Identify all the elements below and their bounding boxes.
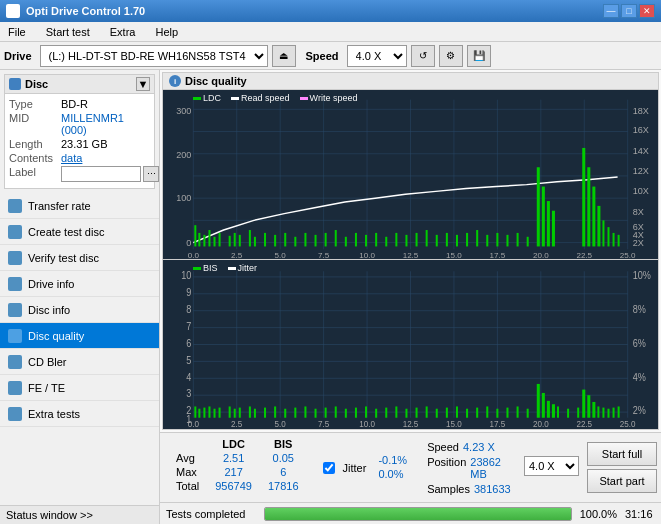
sidebar-item-extra-tests[interactable]: Extra tests xyxy=(0,401,159,427)
svg-rect-74 xyxy=(552,211,555,247)
svg-text:12.5: 12.5 xyxy=(403,251,419,259)
disc-quality-panel: i Disc quality LDC Read speed xyxy=(162,72,659,430)
svg-rect-89 xyxy=(496,233,498,247)
save-button[interactable]: 💾 xyxy=(467,45,491,67)
svg-rect-73 xyxy=(547,201,550,246)
svg-rect-143 xyxy=(208,406,210,417)
svg-text:2.5: 2.5 xyxy=(231,418,242,429)
menu-bar: File Start test Extra Help xyxy=(0,22,661,42)
sidebar-item-transfer-rate[interactable]: Transfer rate xyxy=(0,193,159,219)
sidebar-item-disc-info[interactable]: Disc info xyxy=(0,297,159,323)
action-buttons: Start full Start part xyxy=(583,433,661,502)
drive-select[interactable]: (L:) HL-DT-ST BD-RE WH16NS58 TST4 xyxy=(40,45,268,67)
legend-write-speed-label: Write speed xyxy=(310,93,358,103)
svg-rect-52 xyxy=(249,230,251,246)
start-part-button[interactable]: Start part xyxy=(587,469,657,493)
sidebar-item-cd-bler[interactable]: CD Bler xyxy=(0,349,159,375)
svg-text:9: 9 xyxy=(186,287,191,299)
svg-text:10: 10 xyxy=(181,270,191,282)
sidebar-item-disc-quality[interactable]: Disc quality xyxy=(0,323,159,349)
speed-select[interactable]: 4.0 X xyxy=(347,45,407,67)
svg-rect-144 xyxy=(214,409,216,418)
extra-tests-icon xyxy=(8,407,22,421)
svg-text:5.0: 5.0 xyxy=(275,418,286,429)
position-label: Position xyxy=(427,456,466,480)
menu-file[interactable]: File xyxy=(4,24,30,40)
avg-ldc: 2.51 xyxy=(207,451,260,465)
disc-type-value: BD-R xyxy=(61,98,88,110)
svg-rect-80 xyxy=(607,227,609,246)
disc-contents-row: Contents data xyxy=(9,152,150,164)
progress-area: Tests completed 100.0% 31:16 xyxy=(160,502,661,524)
svg-rect-53 xyxy=(254,237,256,247)
close-button[interactable]: ✕ xyxy=(639,4,655,18)
svg-text:100: 100 xyxy=(176,193,191,203)
menu-extra[interactable]: Extra xyxy=(106,24,140,40)
svg-rect-44 xyxy=(198,233,200,247)
svg-text:14X: 14X xyxy=(633,146,649,156)
window-title: Opti Drive Control 1.70 xyxy=(26,5,145,17)
disc-length-label: Length xyxy=(9,138,61,150)
svg-rect-69 xyxy=(416,233,418,247)
svg-text:6: 6 xyxy=(186,337,191,349)
svg-text:8X: 8X xyxy=(633,207,644,217)
sidebar-label-create-test-disc: Create test disc xyxy=(28,226,104,238)
svg-text:200: 200 xyxy=(176,150,191,160)
minimize-button[interactable]: — xyxy=(603,4,619,18)
maximize-button[interactable]: □ xyxy=(621,4,637,18)
svg-rect-61 xyxy=(335,230,337,246)
menu-start-test[interactable]: Start test xyxy=(42,24,94,40)
svg-rect-171 xyxy=(466,409,468,418)
svg-rect-87 xyxy=(476,230,478,246)
transfer-rate-icon xyxy=(8,199,22,213)
eject-button[interactable]: ⏏ xyxy=(272,45,296,67)
svg-rect-78 xyxy=(597,206,600,247)
svg-rect-66 xyxy=(385,237,387,247)
svg-text:7: 7 xyxy=(186,320,191,332)
label-browse-button[interactable]: ⋯ xyxy=(143,166,159,182)
svg-rect-65 xyxy=(375,233,377,247)
bis-chart-svg: 10 9 8 7 6 5 4 3 2 1 10% 8% 6% xyxy=(163,260,658,429)
jitter-max: 0.0% xyxy=(374,467,411,481)
disc-contents-value[interactable]: data xyxy=(61,152,82,164)
disc-label-label: Label xyxy=(9,166,61,182)
jitter-checkbox[interactable] xyxy=(323,462,335,474)
svg-rect-168 xyxy=(436,409,438,418)
speed-select-stats[interactable]: 4.0 X xyxy=(524,456,579,476)
stats-total-row: Total 956749 17816 xyxy=(168,479,307,493)
status-window-label: Status window >> xyxy=(6,509,93,521)
app-icon xyxy=(6,4,20,18)
sidebar-label-fe-te: FE / TE xyxy=(28,382,65,394)
svg-rect-54 xyxy=(264,233,266,247)
sidebar-item-verify-test-disc[interactable]: Verify test disc xyxy=(0,245,159,271)
jitter-total xyxy=(374,481,411,483)
sidebar-item-drive-info[interactable]: Drive info xyxy=(0,271,159,297)
sidebar-item-create-test-disc[interactable]: Create test disc xyxy=(0,219,159,245)
menu-help[interactable]: Help xyxy=(151,24,182,40)
svg-text:0.0: 0.0 xyxy=(188,251,200,259)
charts-area: LDC Read speed Write speed xyxy=(163,90,658,429)
label-input[interactable] xyxy=(61,166,141,182)
svg-text:18X: 18X xyxy=(633,106,649,116)
svg-rect-49 xyxy=(229,236,231,247)
sidebar-item-fe-te[interactable]: FE / TE xyxy=(0,375,159,401)
svg-rect-75 xyxy=(582,148,585,247)
sidebar-label-extra-tests: Extra tests xyxy=(28,408,80,420)
col-header-ldc: LDC xyxy=(207,437,260,451)
svg-rect-150 xyxy=(254,409,256,418)
status-window-toggle[interactable]: Status window >> xyxy=(0,505,159,524)
svg-rect-189 xyxy=(602,408,604,418)
svg-rect-191 xyxy=(613,408,615,418)
start-full-button[interactable]: Start full xyxy=(587,442,657,466)
disc-quality-header: i Disc quality xyxy=(163,73,658,90)
speed-select-section: 4.0 X xyxy=(520,433,583,502)
svg-rect-92 xyxy=(527,237,529,247)
svg-rect-154 xyxy=(294,408,296,418)
progress-percent: 100.0% xyxy=(580,508,617,520)
disc-panel-options[interactable]: ▼ xyxy=(136,77,150,91)
svg-rect-163 xyxy=(385,408,387,418)
svg-rect-180 xyxy=(547,401,550,418)
position-value: 23862 MB xyxy=(470,456,512,480)
refresh-button[interactable]: ↺ xyxy=(411,45,435,67)
settings-button[interactable]: ⚙ xyxy=(439,45,463,67)
